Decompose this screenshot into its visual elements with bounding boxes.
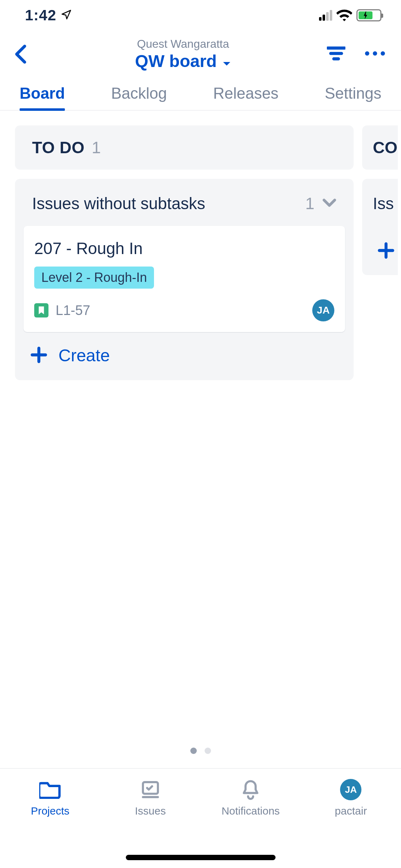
page-indicator [0, 748, 401, 754]
tab-releases[interactable]: Releases [213, 78, 278, 110]
column-peek[interactable]: CO Iss [362, 125, 398, 380]
view-tabs: Board Backlog Releases Settings [0, 78, 401, 110]
battery-icon [356, 9, 381, 21]
project-name: Quest Wangaratta [39, 37, 327, 51]
story-icon [34, 303, 48, 317]
column-count: 1 [92, 138, 101, 157]
column-header-peek: CO [362, 125, 398, 170]
tab-label: Notifications [221, 805, 279, 817]
swimlane-header[interactable]: Issues without subtasks 1 [24, 179, 345, 226]
create-label: Create [58, 346, 110, 365]
tab-label: Projects [31, 805, 69, 817]
board-header: Quest Wangaratta QW board [0, 30, 401, 78]
svg-point-1 [373, 51, 377, 56]
bell-icon [241, 779, 260, 801]
column-title: TO DO [32, 138, 84, 157]
tab-projects[interactable]: Projects [0, 779, 100, 868]
bottom-tab-bar: Projects Issues Notifications JA pactair [0, 768, 401, 868]
swimlane-count: 1 [305, 194, 314, 213]
cellular-signal-icon [319, 10, 332, 21]
wifi-icon [336, 9, 352, 21]
svg-point-0 [365, 51, 369, 56]
chevron-down-icon [322, 198, 336, 209]
tab-board[interactable]: Board [20, 78, 65, 110]
page-dot [205, 748, 211, 754]
tab-label: pactair [335, 805, 367, 817]
swimlane-title-peek: Iss [373, 194, 398, 213]
swimlane: Issues without subtasks 1 207 - Rough In… [15, 179, 354, 380]
issue-card[interactable]: 207 - Rough In Level 2 - Rough-In L1-57 … [24, 226, 345, 332]
profile-avatar: JA [340, 779, 361, 800]
plus-icon [30, 346, 48, 365]
back-button[interactable] [11, 44, 39, 64]
more-icon[interactable] [365, 51, 385, 57]
home-indicator[interactable] [126, 855, 276, 860]
column-todo: TO DO 1 Issues without subtasks 1 207 - … [15, 125, 354, 380]
status-right [319, 9, 381, 21]
status-bar: 1:42 [0, 0, 401, 30]
folder-icon [39, 779, 61, 801]
tab-label: Issues [135, 805, 166, 817]
avatar-icon: JA [340, 779, 361, 801]
filter-icon[interactable] [327, 46, 345, 62]
card-label: Level 2 - Rough-In [34, 267, 154, 289]
tab-profile[interactable]: JA pactair [301, 779, 401, 868]
time-text: 1:42 [25, 7, 56, 24]
swimlane-peek: Iss [362, 179, 398, 275]
board-selector[interactable]: QW board [135, 51, 231, 71]
status-time: 1:42 [25, 7, 72, 24]
board-name: QW board [135, 51, 217, 71]
tab-backlog[interactable]: Backlog [111, 78, 167, 110]
svg-point-2 [381, 51, 385, 56]
create-issue-button[interactable]: Create [24, 332, 345, 372]
checklist-icon [140, 779, 160, 801]
caret-down-icon [222, 51, 231, 71]
column-header[interactable]: TO DO 1 [15, 125, 354, 170]
board-columns[interactable]: TO DO 1 Issues without subtasks 1 207 - … [0, 110, 401, 380]
assignee-avatar[interactable]: JA [312, 299, 334, 321]
page-dot [190, 748, 197, 754]
tab-settings[interactable]: Settings [325, 78, 381, 110]
plus-icon[interactable] [373, 242, 398, 261]
location-arrow-icon [61, 7, 72, 24]
issue-key: L1-57 [56, 303, 90, 318]
card-title: 207 - Rough In [34, 239, 334, 258]
swimlane-title: Issues without subtasks [32, 194, 205, 213]
